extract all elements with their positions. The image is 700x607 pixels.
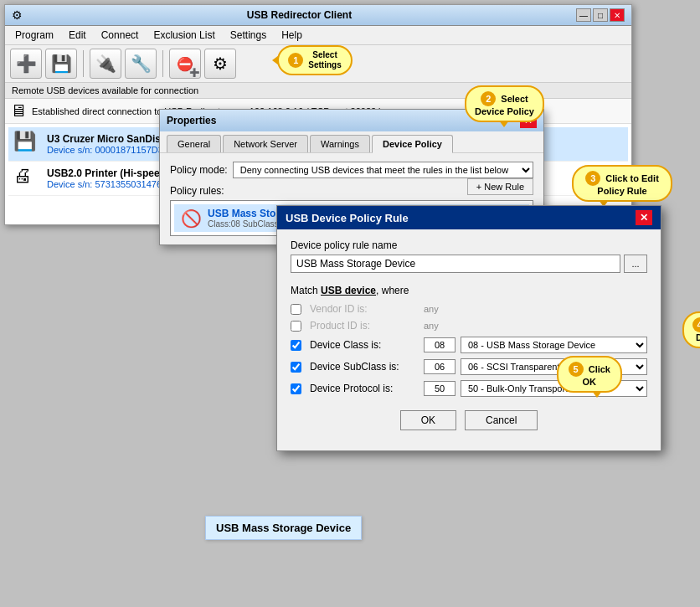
rule-dialog-content: Device policy rule name ... Match USB de… (277, 229, 661, 450)
rule-name-row: ... (291, 255, 647, 273)
settings-button[interactable]: ⚙ 1 SelectSettings (204, 49, 236, 79)
menu-exclusion-list[interactable]: Exclusion List (147, 28, 221, 43)
policy-mode-row: Policy mode: Deny connecting USB devices… (170, 162, 533, 178)
change-device-ids-callout: 4 ChangeDevice IDs (682, 311, 700, 348)
tab-network-server[interactable]: Network Server (223, 135, 308, 152)
product-id-row: Product ID is: any (291, 320, 647, 332)
connect-button[interactable]: 🔌 (90, 49, 121, 79)
menu-program[interactable]: Program (8, 28, 60, 43)
vendor-id-checkbox[interactable] (291, 304, 301, 315)
rule-browse-button[interactable]: ... (624, 255, 647, 273)
select-settings-callout: 1 SelectSettings (277, 45, 353, 75)
dialog-buttons: OK Cancel 5 ClickOK (291, 402, 647, 440)
connection-icon: 🖥 (10, 101, 27, 121)
toolbar: ➕ 💾 🔌 🔧 ⛔ ➕ ⚙ 1 SelectSettings (5, 45, 631, 83)
usb-storage-badge: USB Mass Storage Device (205, 516, 362, 540)
close-button[interactable]: ✕ (610, 8, 625, 22)
product-id-label: Product ID is: (310, 320, 419, 332)
rule-dialog-close-button[interactable]: ✕ (636, 210, 652, 225)
callout-label-1: SelectSettings (308, 50, 341, 70)
device-icon-0: 💾 (13, 131, 40, 157)
device-policy-title-text: Properties (167, 115, 216, 126)
rule-dialog-title-bar: USB Device Policy Rule ✕ (277, 206, 661, 229)
rule-name-label: Device policy rule name (291, 239, 647, 251)
vendor-id-row: Vendor ID is: any (291, 303, 647, 315)
main-title-bar: ⚙ USB Redirector Client — □ ✕ (5, 5, 631, 26)
menu-edit[interactable]: Edit (62, 28, 93, 43)
cancel-button[interactable]: Cancel (465, 410, 538, 430)
device-icon-1: 🖨 (13, 165, 40, 192)
usb-device-policy-rule-dialog: USB Device Policy Rule ✕ Device policy r… (276, 205, 661, 451)
match-section-label: Match USB device, where (291, 285, 647, 296)
policy-mode-select[interactable]: Deny connecting USB devices that meet th… (233, 162, 533, 178)
edit-policy-rule-callout: 3 Click to EditPolicy Rule (572, 165, 672, 202)
menu-settings[interactable]: Settings (224, 28, 273, 43)
rule-no-symbol-icon: 🚫 (179, 208, 203, 229)
menu-help[interactable]: Help (275, 28, 309, 43)
product-id-checkbox[interactable] (291, 321, 301, 332)
device-subclass-value[interactable] (424, 359, 456, 374)
device-class-checkbox[interactable] (291, 340, 301, 351)
device-protocol-value[interactable] (424, 381, 456, 396)
device-class-label: Device Class is: (310, 339, 419, 351)
toolbar-separator-1 (83, 50, 84, 77)
vendor-id-label: Vendor ID is: (310, 303, 419, 315)
menu-bar: Program Edit Connect Exclusion List Sett… (5, 26, 631, 45)
dialog-tabs: General Network Server Warnings Device P… (160, 131, 543, 153)
policy-mode-label: Policy mode: (170, 164, 228, 176)
minimize-button[interactable]: — (576, 8, 591, 22)
tab-general[interactable]: General (167, 135, 221, 152)
device-protocol-label: Device Protocol is: (310, 383, 419, 394)
device-class-row: Device Class is: 08 - USB Mass Storage D… (291, 337, 647, 353)
title-controls: — □ ✕ (576, 8, 625, 22)
device-subclass-label: Device SubClass is: (310, 361, 419, 373)
select-device-policy-callout: 2 SelectDevice Policy (465, 85, 544, 122)
tab-warnings[interactable]: Warnings (310, 135, 370, 152)
click-ok-callout: 5 ClickOK (557, 356, 622, 393)
status-text: Remote USB devices available for connect… (12, 85, 198, 95)
tab-callout-wrapper: Network Server (223, 135, 308, 152)
add-server-button[interactable]: ⛔ ➕ (169, 49, 201, 79)
product-id-any: any (424, 321, 439, 331)
device-protocol-checkbox[interactable] (291, 383, 301, 394)
disconnect-button[interactable]: 🔧 (125, 49, 157, 79)
main-window-title: USB Redirector Client (23, 9, 576, 21)
ok-button[interactable]: OK (400, 410, 456, 430)
callout-number-3: 3 (585, 171, 600, 186)
device-subclass-checkbox[interactable] (291, 362, 301, 373)
device-button-2[interactable]: 💾 (45, 49, 77, 79)
vendor-id-any: any (424, 304, 439, 314)
device-class-select[interactable]: 08 - USB Mass Storage Device (461, 337, 647, 353)
callout-number-2: 2 (481, 91, 496, 106)
rule-name-input[interactable] (291, 255, 620, 273)
callout-number-1: 1 (288, 53, 303, 68)
add-device-button[interactable]: ➕ (10, 49, 42, 79)
add-rule-button[interactable]: + New Rule (467, 178, 533, 195)
app-icon: ⚙ (12, 8, 23, 22)
callout-number-4: 4 (692, 317, 700, 332)
tab-device-policy[interactable]: Device Policy 2 SelectDevice Policy (372, 135, 453, 153)
rule-dialog-title-text: USB Device Policy Rule (286, 212, 409, 224)
device-class-value[interactable] (424, 337, 456, 352)
maximize-button[interactable]: □ (593, 8, 608, 22)
callout-number-5: 5 (569, 362, 584, 377)
menu-connect[interactable]: Connect (95, 28, 146, 43)
toolbar-separator-2 (162, 50, 163, 77)
